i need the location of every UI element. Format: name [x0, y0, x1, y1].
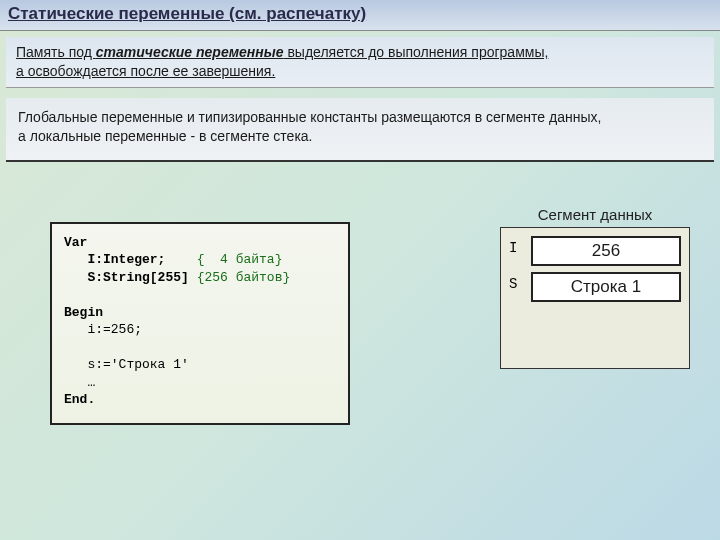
segment-row-i: I 256: [509, 236, 681, 266]
detail-line-1: Глобальные переменные и типизированные к…: [18, 108, 702, 127]
code-l2a: I:Integer;: [64, 252, 197, 267]
intro-t1: Память под: [16, 44, 96, 60]
detail-t3: размещаются в сегменте данных,: [377, 109, 601, 125]
code-l3a: S:String[255]: [64, 270, 197, 285]
segment-value-s: Строка 1: [531, 272, 681, 302]
content-area: Var I:Integer; { 4 байта} S:String[255] …: [0, 202, 720, 502]
code-block: Var I:Integer; { 4 байта} S:String[255] …: [50, 222, 350, 425]
code-l1: Var: [64, 235, 87, 250]
code-l10: End.: [64, 392, 95, 407]
segment-row-s: S Строка 1: [509, 272, 681, 302]
segment-label-s: S: [509, 272, 531, 302]
code-l9: …: [64, 375, 95, 390]
segment-box: I 256 S Строка 1: [500, 227, 690, 369]
intro-box: Память под статические переменные выделя…: [6, 37, 714, 88]
segment-label-i: I: [509, 236, 531, 266]
detail-box: Глобальные переменные и типизированные к…: [6, 98, 714, 162]
intro-t2: выделяется до выполнения программы,: [284, 44, 549, 60]
slide-title: Статические переменные (см. распечатку): [0, 0, 720, 31]
intro-emph: статические переменные: [96, 44, 284, 60]
segment-area: Сегмент данных I 256 S Строка 1: [500, 206, 690, 369]
detail-t2: типизированные константы: [199, 109, 378, 125]
code-l2b: { 4 байта}: [197, 252, 283, 267]
code-l5: Begin: [64, 305, 103, 320]
segment-title: Сегмент данных: [500, 206, 690, 223]
intro-line-2: а освобождается после ее завершения.: [16, 62, 704, 81]
segment-value-i: 256: [531, 236, 681, 266]
intro-line-1: Память под статические переменные выделя…: [16, 43, 704, 62]
detail-t1: Глобальные переменные и: [18, 109, 199, 125]
detail-line-2: а локальные переменные - в сегменте стек…: [18, 127, 702, 146]
code-l6: i:=256;: [64, 322, 142, 337]
code-l8: s:='Строка 1': [64, 357, 189, 372]
code-l3b: {256 байтов}: [197, 270, 291, 285]
